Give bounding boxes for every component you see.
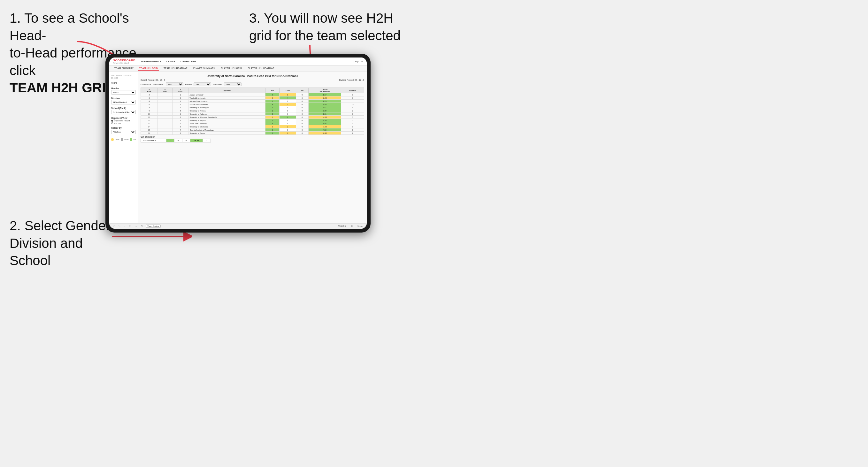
toolbar-undo[interactable]: ↩ — [112, 224, 116, 228]
col-win: Win — [265, 88, 279, 93]
ann2-line2: Division and — [9, 236, 83, 251]
cell-win: 1 — [265, 106, 279, 109]
cell-reg — [158, 103, 172, 106]
sub-nav-team-summary[interactable]: TEAM SUMMARY — [113, 66, 135, 71]
cell-reg — [158, 93, 172, 96]
table-row: 6 2 Florida State University 4 2 0 1.83 … — [141, 103, 364, 106]
opponents-select[interactable]: (All) — [166, 83, 183, 86]
cell-conf: 2 — [172, 106, 188, 109]
tablet-device: SCOREBOARD Powered by clippd TOURNAMENTS… — [105, 54, 371, 232]
gender-select[interactable]: Men's Women's — [111, 90, 136, 95]
region-filter-label: Region — [185, 83, 192, 85]
toolbar-redo[interactable]: ↪ — [118, 224, 121, 228]
division-record: Division Record: 88 - 17 - 0 — [339, 79, 364, 81]
out-div-name: NCAA Division II — [141, 138, 166, 143]
cell-reg — [158, 96, 172, 100]
cell-win: 5 — [265, 100, 279, 103]
cell-conf: 2 — [172, 103, 188, 106]
col-tie: Tie — [296, 88, 308, 93]
sub-nav-player-summary[interactable]: PLAYER SUMMARY — [192, 66, 216, 71]
cell-loss: 0 — [280, 119, 296, 122]
cell-win: 3 — [265, 113, 279, 116]
col-opponent: Opponent — [188, 88, 265, 93]
region-select[interactable]: (All) — [194, 83, 211, 86]
ann2-line1: 2. Select Gender, — [9, 218, 114, 233]
sub-nav-player-h2h-heatmap[interactable]: PLAYER H2H HEATMAP — [247, 66, 276, 71]
cell-opponent: University of Washington — [188, 106, 265, 109]
cell-rank: 3 — [141, 96, 158, 100]
toolbar-clock[interactable]: ⏱ — [140, 225, 144, 228]
cell-rank: 4 — [141, 100, 158, 103]
nav-committee[interactable]: COMMITTEE — [180, 60, 196, 63]
cell-reg — [158, 100, 172, 103]
color-dot-down — [111, 138, 114, 141]
colour-select[interactable]: Win/loss — [111, 130, 136, 134]
cell-loss: 4 — [280, 96, 296, 100]
cell-rank: 13 — [141, 122, 158, 125]
toolbar-layout[interactable]: ⊞ — [350, 224, 354, 228]
out-div-diff: 26.00 — [190, 138, 203, 143]
cell-tie: 0 — [296, 113, 308, 116]
cell-rounds: 9 — [341, 125, 364, 128]
cell-win: 3 — [265, 122, 279, 125]
cell-conf: 1 — [172, 122, 188, 125]
data-panel: University of North Carolina Head-to-Hea… — [138, 72, 367, 223]
sub-nav-team-h2h-heatmap[interactable]: TEAM H2H HEATMAP — [162, 66, 189, 71]
cell-loss: 1 — [280, 100, 296, 103]
table-row: 8 2 University of Washington 1 0 0 3.67 … — [141, 106, 364, 109]
cell-loss: 0 — [280, 106, 296, 109]
toolbar-share[interactable]: Share — [356, 225, 364, 228]
out-div-win: 1 — [166, 138, 174, 143]
table-row: 14 2 University of Oklahoma 1 2 0 -1.00 … — [141, 125, 364, 128]
radio-opponents-played[interactable]: Opponents Played — [111, 120, 136, 122]
toolbar-dots[interactable]: ··· — [134, 225, 138, 228]
col-conf: #Conf — [172, 88, 188, 93]
cell-conf: 3 — [172, 132, 188, 135]
record-row: Overall Record: 89 - 17 - 0 Division Rec… — [141, 79, 364, 81]
cell-rounds: 2 — [341, 109, 364, 113]
opponent-select[interactable]: (All) — [224, 83, 242, 86]
cell-rounds: 12 — [341, 103, 364, 106]
toolbar-back[interactable]: ↑ — [123, 225, 126, 228]
color-label-level: Level — [124, 138, 128, 141]
nav-sign-out[interactable]: | Sign out — [354, 60, 363, 63]
filter-row: Conference Opponents: (All) Region (All)… — [141, 83, 364, 86]
color-dot-up — [130, 138, 132, 141]
sub-nav-team-h2h-grid[interactable]: TEAM H2H GRID — [138, 66, 159, 71]
cell-tie: 0 — [296, 109, 308, 113]
cell-win: 1 — [265, 119, 279, 122]
cell-diff: 1.83 — [308, 103, 341, 106]
nav-teams[interactable]: TEAMS — [166, 60, 176, 63]
cell-tie: 0 — [296, 103, 308, 106]
ann3-line2: grid for the team selected — [249, 28, 401, 43]
school-select[interactable]: 1. University of Nort... — [111, 110, 136, 114]
opponent-view-label: Opponent View — [111, 117, 136, 119]
gender-section: Gender Men's Women's — [111, 87, 136, 95]
cell-tie: 0 — [296, 122, 308, 125]
cell-reg — [158, 119, 172, 122]
cell-rank: 11 — [141, 116, 158, 119]
data-title: University of North Carolina Head-to-Hea… — [141, 74, 364, 77]
opponent-view-section: Opponent View Opponents Played Top 100 — [111, 117, 136, 124]
cell-tie: 0 — [296, 106, 308, 109]
cell-opponent: Texas Tech University — [188, 122, 265, 125]
sub-nav-player-h2h-grid[interactable]: PLAYER H2H GRID — [219, 66, 243, 71]
cell-win: 1 — [265, 125, 279, 128]
color-dot-level — [121, 138, 123, 141]
radio-group: Opponents Played Top 100 — [111, 120, 136, 124]
radio-top-100[interactable]: Top 100 — [111, 122, 136, 124]
cell-opponent: Auburn University — [188, 93, 265, 96]
nav-tournaments[interactable]: TOURNAMENTS — [141, 60, 161, 63]
cell-loss: 0 — [280, 122, 296, 125]
ann1-bold: TEAM H2H GRID — [9, 80, 115, 95]
cell-rank: 2 — [141, 93, 158, 96]
toolbar-watch[interactable]: Watch ▾ — [337, 224, 348, 228]
division-select[interactable]: NCAA Division I NCAA Division II — [111, 100, 136, 104]
cell-reg — [158, 125, 172, 128]
toolbar-cut[interactable]: ✂ — [128, 224, 132, 228]
toolbar-view[interactable]: View: Original — [146, 224, 161, 228]
team-label: Team — [111, 82, 136, 84]
cell-diff: -1.00 — [308, 125, 341, 128]
out-div-tie: 0 — [182, 138, 190, 143]
cell-reg — [158, 132, 172, 135]
